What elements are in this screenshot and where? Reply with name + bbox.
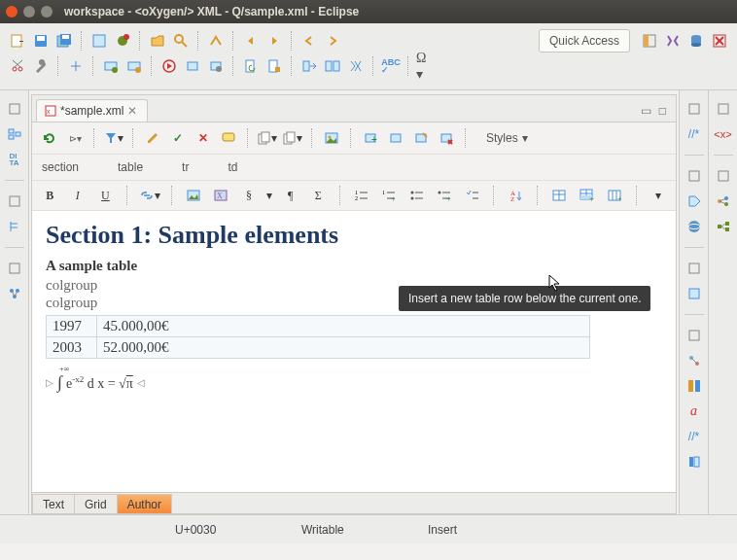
save-button[interactable]	[31, 31, 51, 51]
list-bullet-button[interactable]	[407, 186, 428, 205]
comment-button[interactable]	[219, 128, 238, 148]
tag-icon[interactable]	[685, 192, 703, 210]
compare-button[interactable]	[323, 56, 342, 76]
delete-element-button[interactable]	[437, 128, 456, 148]
comment-slash-icon[interactable]: //*	[685, 428, 703, 445]
paragraph-button[interactable]: ¶	[280, 186, 300, 205]
xml-angle-icon[interactable]: <x>	[715, 125, 732, 143]
sigma-button[interactable]: Σ	[308, 186, 329, 205]
editor-content[interactable]: Section 1: Sample elements A sample tabl…	[32, 211, 676, 492]
table-cell[interactable]: 2003	[47, 337, 97, 359]
editor-maximize-icon[interactable]: □	[659, 104, 666, 118]
save-all-button[interactable]	[54, 31, 74, 51]
list-numbered-add-button[interactable]: 1+	[379, 186, 400, 205]
accept-button[interactable]: ✓	[168, 128, 188, 148]
search-button[interactable]	[171, 31, 191, 51]
window-close-button[interactable]	[6, 6, 18, 18]
close-tab-icon[interactable]: ✕	[127, 104, 137, 118]
table-row[interactable]: 1997 45.000,00€	[47, 316, 590, 337]
perspective-close-icon[interactable]	[710, 31, 729, 51]
table-cell[interactable]: 45.000,00€	[97, 316, 590, 337]
reject-button[interactable]: ✕	[193, 128, 213, 148]
doc-lock-button[interactable]	[264, 56, 284, 76]
module-2-button[interactable]	[124, 56, 144, 76]
window-icon[interactable]	[685, 285, 703, 302]
editor-tab-sample[interactable]: x *sample.xml ✕	[36, 99, 148, 122]
insert-media-button[interactable]: X	[211, 186, 231, 205]
spellcheck-button[interactable]: ABC✓	[381, 56, 401, 76]
breadcrumb-table[interactable]: table	[118, 160, 143, 174]
tab-text[interactable]: Text	[32, 494, 75, 513]
breadcrumb-tr[interactable]: tr	[182, 160, 189, 174]
perspective-xml-icon[interactable]	[663, 31, 683, 51]
refresh-button[interactable]	[40, 128, 59, 148]
table-row[interactable]: 2003 52.000,00€	[47, 337, 590, 359]
minimize-view-icon[interactable]	[715, 100, 732, 118]
insert-table-button[interactable]	[549, 186, 570, 205]
doc-refresh-button[interactable]	[241, 56, 261, 76]
minimize-view-icon[interactable]	[6, 100, 23, 118]
window-maximize-button[interactable]	[41, 6, 53, 18]
tab-grid[interactable]: Grid	[74, 494, 118, 513]
map-view-icon[interactable]	[6, 285, 23, 302]
breadcrumb-td[interactable]: td	[228, 160, 237, 174]
list-numbered-button[interactable]: 12	[351, 186, 371, 205]
link-button[interactable]: ▾	[139, 186, 160, 205]
window-minimize-button[interactable]	[23, 6, 35, 18]
insert-element-button[interactable]: +	[361, 128, 380, 148]
copy-button[interactable]: ▾	[258, 128, 277, 148]
insert-image-button[interactable]	[322, 128, 341, 148]
nav-back-button[interactable]	[299, 31, 319, 51]
transform-button[interactable]	[299, 56, 319, 76]
minimize-view-icon[interactable]	[6, 192, 23, 210]
minimize-view-icon[interactable]	[685, 167, 703, 185]
list-bullet-add-button[interactable]: +	[435, 186, 455, 205]
list-check-button[interactable]	[463, 186, 483, 205]
perspective-db-icon[interactable]	[686, 31, 706, 51]
minimize-view-icon[interactable]	[685, 327, 703, 344]
new-menu-button[interactable]	[8, 31, 27, 51]
quick-access-field[interactable]: Quick Access	[539, 29, 630, 52]
attr-a-icon[interactable]: a	[685, 402, 703, 420]
nav-forward-button[interactable]	[323, 31, 342, 51]
edit-pencil-button[interactable]	[143, 128, 162, 148]
bold-button[interactable]: B	[40, 186, 60, 205]
toggle-button[interactable]	[206, 31, 226, 51]
table-cell[interactable]: 1997	[47, 316, 97, 337]
wrench-button[interactable]	[31, 56, 51, 76]
comment-slash-icon[interactable]: //*	[685, 125, 703, 143]
expand-button[interactable]	[66, 56, 86, 76]
globe-icon[interactable]	[685, 218, 703, 235]
insert-row-below-button[interactable]: +	[577, 186, 597, 205]
compare-icon[interactable]	[685, 377, 703, 395]
minimize-view-icon[interactable]	[6, 260, 23, 277]
forward-history-button[interactable]	[264, 31, 284, 51]
minimize-view-icon[interactable]	[715, 167, 732, 185]
filter-button[interactable]: ▾	[104, 128, 123, 148]
schema-icon[interactable]	[715, 192, 732, 210]
copy-special-button[interactable]: ▾	[283, 128, 302, 148]
more-format-dropdown[interactable]: ▾	[648, 186, 668, 205]
minimize-view-icon[interactable]	[685, 260, 703, 277]
hierarchy-icon[interactable]	[685, 352, 703, 369]
run-button[interactable]	[159, 56, 179, 76]
run-debug-button[interactable]	[113, 31, 132, 51]
dita-view-icon[interactable]: DITA	[6, 151, 23, 168]
sidebar-icon[interactable]	[685, 453, 703, 471]
tree-view-icon[interactable]	[6, 218, 23, 235]
table-cell[interactable]: 52.000,00€	[97, 337, 590, 359]
validate-button[interactable]	[89, 31, 109, 51]
stop-button[interactable]	[183, 56, 202, 76]
insert-image-inline-button[interactable]	[184, 186, 204, 205]
italic-button[interactable]: I	[68, 186, 88, 205]
styles-dropdown[interactable]: Styles ▾	[475, 127, 539, 149]
editor-minimize-icon[interactable]: ▭	[641, 104, 651, 118]
insert-col-button[interactable]: +	[605, 186, 625, 205]
omega-button[interactable]: Ω ▾	[416, 56, 436, 76]
nodes-icon[interactable]	[715, 218, 732, 235]
fold-handle-icon[interactable]: ◁	[137, 377, 145, 388]
sort-button[interactable]: AZ	[506, 186, 526, 205]
cut-button[interactable]	[8, 56, 27, 76]
perspective-open-button[interactable]	[640, 31, 659, 51]
open-button[interactable]	[148, 31, 167, 51]
